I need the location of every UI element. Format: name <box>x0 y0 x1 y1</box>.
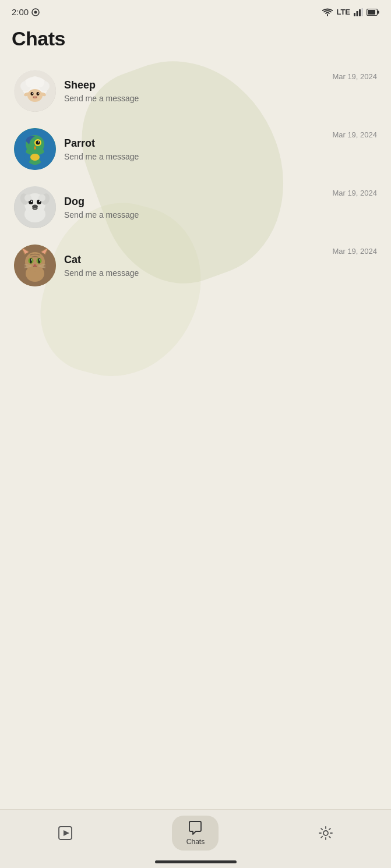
svg-point-44 <box>38 194 45 201</box>
status-icons: LTE <box>322 8 379 16</box>
chat-name-sheep: Sheep <box>64 79 324 91</box>
avatar-cat <box>14 245 56 286</box>
svg-point-22 <box>33 97 34 98</box>
cat-avatar-svg <box>14 245 56 286</box>
svg-point-17 <box>31 92 34 95</box>
sheep-avatar-svg <box>14 70 56 112</box>
chat-preview-sheep: Send me a message <box>64 94 324 103</box>
time-text: 2:00 <box>12 7 29 17</box>
svg-point-32 <box>30 154 40 161</box>
svg-point-30 <box>36 141 40 145</box>
parrot-avatar-svg <box>14 128 56 170</box>
svg-point-56 <box>31 260 32 261</box>
svg-point-40 <box>31 201 32 202</box>
svg-point-16 <box>27 89 43 102</box>
settings-icon <box>318 826 333 841</box>
chat-item-sheep[interactable]: Sheep Send me a message Mar 19, 2024 <box>9 62 382 120</box>
chats-nav-label: Chats <box>186 838 205 846</box>
chat-preview-dog: Send me a message <box>64 210 324 219</box>
svg-point-23 <box>36 97 37 98</box>
page-title: Chats <box>0 22 391 62</box>
chat-info-cat: Cat Send me a message <box>64 254 324 278</box>
status-time: 2:00 <box>12 7 40 17</box>
chat-item-cat[interactable]: Cat Send me a message Mar 19, 2024 <box>9 236 382 295</box>
chats-icon <box>188 820 203 835</box>
svg-point-47 <box>25 252 45 272</box>
chat-name-cat: Cat <box>64 254 324 266</box>
bottom-nav: Chats <box>0 809 391 868</box>
avatar-dog <box>14 186 56 228</box>
svg-point-15 <box>30 76 40 87</box>
chat-preview-cat: Send me a message <box>64 268 324 278</box>
dog-avatar-svg <box>14 186 56 228</box>
svg-rect-3 <box>357 11 358 16</box>
battery-icon <box>367 9 379 16</box>
status-indicator-icon <box>31 8 40 16</box>
home-indicator <box>155 860 237 863</box>
status-bar: 2:00 LTE <box>0 0 391 22</box>
chat-name-parrot: Parrot <box>64 137 324 150</box>
svg-point-1 <box>34 10 37 13</box>
svg-rect-2 <box>354 13 355 16</box>
chat-name-dog: Dog <box>64 196 324 208</box>
nav-item-chats[interactable]: Chats <box>172 816 219 851</box>
chat-item-dog[interactable]: Dog Send me a message Mar 19, 2024 <box>9 178 382 236</box>
svg-point-55 <box>38 258 40 264</box>
chat-date-dog: Mar 19, 2024 <box>332 186 377 197</box>
avatar-parrot <box>14 128 56 170</box>
chat-info-parrot: Parrot Send me a message <box>64 137 324 161</box>
svg-rect-4 <box>359 9 361 16</box>
svg-point-54 <box>30 258 32 264</box>
avatar-sheep <box>14 70 56 112</box>
chat-date-cat: Mar 19, 2024 <box>332 245 377 256</box>
chat-date-parrot: Mar 19, 2024 <box>332 128 377 139</box>
svg-rect-5 <box>362 8 364 16</box>
chat-info-sheep: Sheep Send me a message <box>64 79 324 103</box>
svg-point-67 <box>323 831 328 835</box>
lte-icon: LTE <box>336 8 350 16</box>
svg-point-57 <box>39 260 40 261</box>
chat-info-dog: Dog Send me a message <box>64 196 324 219</box>
chat-item-parrot[interactable]: Parrot Send me a message Mar 19, 2024 <box>9 120 382 178</box>
svg-point-20 <box>38 93 39 94</box>
chat-date-sheep: Mar 19, 2024 <box>332 70 377 81</box>
svg-rect-8 <box>368 10 375 15</box>
chat-preview-parrot: Send me a message <box>64 152 324 161</box>
svg-point-18 <box>37 92 40 95</box>
chat-list: Sheep Send me a message Mar 19, 2024 <box>0 62 391 295</box>
nav-item-settings[interactable] <box>302 821 349 845</box>
wifi-icon <box>322 8 333 16</box>
stories-icon <box>58 826 73 841</box>
svg-point-43 <box>24 194 31 201</box>
svg-rect-7 <box>378 10 379 13</box>
svg-marker-66 <box>64 830 69 836</box>
signal-icon <box>354 8 363 16</box>
svg-point-31 <box>38 141 39 143</box>
nav-item-stories[interactable] <box>42 821 89 845</box>
svg-point-19 <box>32 93 33 94</box>
